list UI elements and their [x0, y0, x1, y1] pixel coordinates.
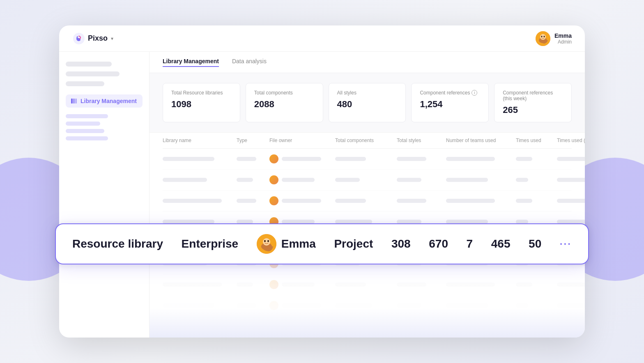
col-times-used: Times used — [516, 138, 557, 143]
hc-teams-used: 7 — [467, 237, 473, 250]
table-row-skeleton-8: ··· — [163, 295, 572, 316]
logo-caret[interactable]: ▾ — [111, 36, 113, 41]
col-total-components: Total components — [335, 138, 397, 143]
owner-avatar-3 — [269, 196, 278, 205]
sub-skeleton-3 — [66, 129, 104, 133]
sidebar-skeleton-1 — [66, 62, 112, 67]
col-library-name: Library name — [163, 138, 237, 143]
stat-value-references-week: 265 — [503, 105, 563, 115]
stat-all-styles: All styles 480 — [329, 83, 406, 122]
logo-area: Pixso ▾ — [72, 32, 113, 45]
stat-references-week: Component references (this week) 265 — [494, 83, 572, 122]
sub-skeleton-4 — [66, 136, 108, 140]
hc-owner-cell: Emma — [257, 234, 316, 254]
user-info: Emma Admin — [554, 32, 572, 45]
hc-times-last-week: 50 — [529, 237, 541, 250]
stat-label-references: Component references i — [420, 90, 480, 96]
logo-text: Pixso — [88, 34, 108, 43]
sub-skeleton-1 — [66, 114, 108, 118]
hc-dots[interactable]: ··· — [560, 238, 572, 250]
stat-label-references-week: Component references (this week) — [503, 90, 563, 101]
stat-value-styles: 480 — [337, 99, 398, 110]
hc-total-components: 308 — [391, 237, 411, 250]
hc-last-week-cell: 50 — [529, 237, 541, 250]
owner-avatar-2 — [269, 175, 278, 184]
hc-times-used: 465 — [491, 237, 511, 250]
stat-total-components: Total components 2088 — [246, 83, 323, 122]
table-row-skeleton-2: ··· — [163, 170, 572, 191]
user-role: Admin — [554, 39, 572, 45]
table-row-skeleton-1: ··· — [163, 149, 572, 170]
svg-point-11 — [263, 238, 270, 246]
table-row-skeleton-3: ··· — [163, 191, 572, 211]
app-body: Library Management Library Management Da… — [59, 52, 585, 338]
owner-avatar-7 — [269, 280, 278, 289]
hc-avatar — [257, 234, 276, 254]
owner-avatar — [269, 154, 278, 163]
svg-rect-8 — [75, 99, 77, 103]
hc-total-styles: 670 — [429, 237, 448, 250]
hc-library-name: Resource library — [72, 237, 163, 250]
tab-data-analysis[interactable]: Data analysis — [232, 58, 267, 67]
col-type: Type — [237, 138, 269, 143]
hc-scope: Project — [334, 237, 373, 250]
header-avatar-img — [536, 31, 550, 46]
header-avatar — [536, 31, 550, 46]
col-total-styles: Total styles — [397, 138, 446, 143]
stat-component-references: Component references i 1,254 — [411, 83, 489, 122]
svg-point-5 — [543, 36, 545, 37]
stat-total-libraries: Total Resource libraries 1098 — [163, 83, 240, 122]
stats-row: Total Resource libraries 1098 Total comp… — [150, 73, 585, 133]
sidebar-sub-items — [66, 114, 143, 140]
col-times-last-week: Times used (last week) — [557, 138, 585, 143]
library-icon — [71, 98, 77, 104]
tabs-bar: Library Management Data analysis — [150, 52, 585, 73]
stat-value-references: 1,254 — [420, 99, 480, 110]
user-name: Emma — [554, 32, 572, 39]
col-file-owner: File owner — [269, 138, 335, 143]
svg-rect-7 — [73, 99, 75, 103]
sidebar-active-label: Library Management — [80, 98, 137, 104]
pixso-logo-icon — [72, 32, 85, 45]
hc-avatar-img — [257, 234, 276, 254]
svg-point-12 — [264, 240, 266, 242]
library-svg-icon — [71, 98, 77, 104]
sidebar-skeleton-3 — [66, 81, 104, 86]
svg-point-3 — [540, 34, 546, 40]
stat-label-styles: All styles — [337, 90, 398, 96]
stat-value-libraries: 1098 — [171, 99, 232, 110]
col-teams-used: Number of teams used — [446, 138, 516, 143]
hc-teams-cell: 7 — [467, 237, 473, 250]
hc-library-name-cell: Resource library — [72, 237, 163, 250]
hc-styles-cell: 670 — [429, 237, 448, 250]
hc-operation-cell[interactable]: ··· — [560, 238, 572, 250]
sidebar-skeleton-2 — [66, 71, 120, 76]
table-header: Library name Type File owner Total compo… — [163, 133, 572, 149]
hc-times-cell: 465 — [491, 237, 511, 250]
info-icon: i — [472, 90, 477, 96]
main-content: Library Management Data analysis Total R… — [150, 52, 585, 338]
stat-label-components: Total components — [254, 90, 315, 96]
stat-value-components: 2088 — [254, 99, 315, 110]
highlighted-row-card[interactable]: Resource library Enterprise Emma Project… — [55, 223, 589, 264]
hc-scope-cell: Project — [334, 237, 373, 250]
tab-library-management[interactable]: Library Management — [163, 58, 219, 67]
stat-label-libraries: Total Resource libraries — [171, 90, 232, 96]
sidebar: Library Management — [59, 52, 150, 338]
svg-rect-6 — [71, 99, 73, 103]
owner-avatar-8 — [269, 301, 278, 310]
user-area: Emma Admin — [536, 31, 572, 46]
hc-type-cell: Enterprise — [182, 237, 239, 250]
hc-owner-name: Emma — [281, 237, 316, 250]
svg-point-4 — [541, 36, 542, 37]
sub-skeleton-2 — [66, 122, 100, 126]
app-header: Pixso ▾ Emma Admin — [59, 25, 585, 52]
table-row-skeleton-7: ··· — [163, 274, 572, 295]
hc-type: Enterprise — [182, 237, 239, 250]
app-window: Pixso ▾ Emma Admin — [59, 25, 585, 338]
sidebar-item-library-management[interactable]: Library Management — [66, 94, 143, 108]
svg-point-13 — [267, 240, 269, 242]
hc-components-cell: 308 — [391, 237, 411, 250]
